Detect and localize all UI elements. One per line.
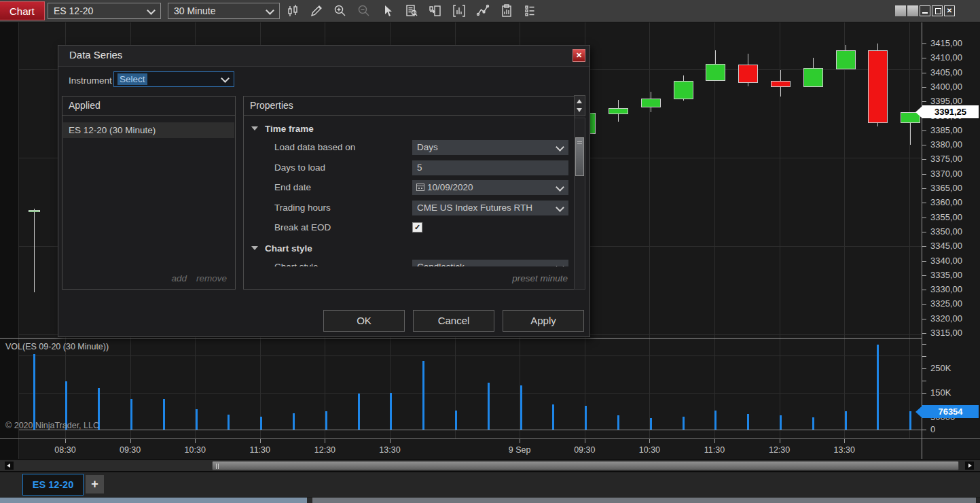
chart-window-tab[interactable]: Chart	[0, 1, 45, 20]
applied-list-item[interactable]: ES 12-20 (30 Minute)	[63, 122, 234, 138]
volume-bar[interactable]	[196, 409, 198, 430]
section-collapse-icon[interactable]	[251, 246, 258, 250]
volume-bar[interactable]	[747, 414, 749, 430]
strategies-icon[interactable]	[471, 0, 494, 22]
preset-label[interactable]: preset minute	[512, 273, 568, 283]
dock-button-1[interactable]	[895, 5, 906, 16]
candle-body[interactable]	[868, 50, 888, 124]
candle-body[interactable]	[609, 108, 628, 115]
volume-bar[interactable]	[909, 411, 911, 430]
chevron-down-icon	[556, 262, 564, 266]
section-title[interactable]: Chart style	[265, 243, 312, 254]
properties-scrollbar[interactable]	[574, 118, 585, 290]
volume-bar[interactable]	[293, 413, 295, 430]
properties-list-icon[interactable]	[518, 0, 542, 22]
candle-body[interactable]	[738, 65, 758, 83]
volume-bar[interactable]	[390, 393, 392, 430]
time-tick	[325, 439, 325, 443]
zoom-in-icon[interactable]	[328, 0, 352, 22]
dialog-close-button[interactable]: ✕	[573, 49, 585, 62]
time-tick-label: 10:30	[175, 445, 215, 455]
properties-scroll-arrows[interactable]	[574, 95, 585, 116]
close-button[interactable]: ✕	[944, 5, 955, 16]
indicators-icon[interactable]	[447, 0, 471, 22]
chart-style-icon[interactable]	[280, 0, 304, 22]
price-tick	[922, 174, 926, 175]
volume-bar[interactable]	[358, 394, 360, 430]
candle-body[interactable]	[29, 210, 40, 212]
volume-bar[interactable]	[325, 411, 327, 430]
pointer-icon[interactable]	[376, 0, 399, 22]
volume-bar[interactable]	[617, 415, 619, 430]
candle-body[interactable]	[836, 50, 856, 70]
maximize-button[interactable]	[932, 5, 943, 16]
property-select[interactable]: Days	[412, 140, 568, 155]
volume-minor-tick	[922, 356, 926, 357]
add-tab-button[interactable]: +	[86, 475, 104, 493]
dock-button-2[interactable]	[907, 5, 918, 16]
draw-icon[interactable]	[304, 0, 328, 22]
volume-bar[interactable]	[812, 417, 814, 430]
volume-bar[interactable]	[228, 415, 230, 430]
minimize-button[interactable]	[920, 5, 930, 16]
candle-body[interactable]	[803, 68, 823, 87]
property-input[interactable]: 5	[412, 160, 568, 175]
volume-bar[interactable]	[520, 385, 522, 430]
horizontal-scrollbar[interactable]	[0, 459, 980, 472]
volume-baseline	[19, 430, 922, 430]
candle-body[interactable]	[771, 81, 791, 87]
scroll-left-button[interactable]	[5, 462, 14, 470]
strategy-analyzer-icon[interactable]	[494, 0, 518, 22]
gridline-vertical	[649, 22, 650, 438]
scrollbar-thumb[interactable]	[212, 461, 959, 470]
candle-body[interactable]	[641, 99, 661, 107]
property-select[interactable]: CME US Index Futures RTH	[412, 201, 568, 215]
price-tick	[922, 232, 926, 232]
ok-button[interactable]: OK	[323, 310, 405, 332]
volume-bar[interactable]	[33, 354, 35, 430]
volume-bar[interactable]	[683, 417, 685, 430]
property-checkbox[interactable]: ✓	[412, 222, 422, 232]
scroll-right-button[interactable]	[965, 462, 974, 470]
volume-bar[interactable]	[780, 415, 782, 430]
property-value: 5	[412, 162, 422, 173]
remove-link[interactable]: remove	[196, 273, 227, 283]
add-link[interactable]: add	[171, 273, 187, 283]
interval-selector[interactable]: 30 Minute	[168, 3, 280, 19]
tab-es-12-20[interactable]: ES 12-20	[22, 474, 84, 496]
volume-bar[interactable]	[650, 418, 652, 430]
volume-bar[interactable]	[163, 399, 165, 430]
property-select[interactable]: Candlestick	[412, 260, 568, 266]
panel-separator[interactable]	[0, 338, 922, 339]
apply-button[interactable]: Apply	[503, 310, 584, 332]
volume-bar[interactable]	[714, 411, 716, 430]
volume-bar[interactable]	[845, 411, 847, 430]
instrument-select[interactable]: Select	[113, 71, 234, 87]
bottom-strip-left	[0, 498, 307, 503]
instrument-selector[interactable]: ES 12-20	[48, 3, 161, 19]
chart-panel-icon[interactable]	[423, 0, 447, 22]
volume-bar[interactable]	[455, 411, 457, 430]
dialog-title-bar[interactable]: Data Series ✕	[58, 46, 589, 67]
candle-body[interactable]	[706, 64, 725, 82]
section-title[interactable]: Time frame	[265, 124, 314, 134]
cancel-button[interactable]: Cancel	[413, 310, 494, 332]
candle-body[interactable]	[674, 81, 693, 99]
volume-bar[interactable]	[422, 361, 424, 430]
price-tick-label: 3380,00	[930, 139, 962, 150]
volume-bar[interactable]	[585, 406, 587, 430]
data-series-icon[interactable]	[399, 0, 423, 22]
section-collapse-icon[interactable]	[251, 126, 258, 131]
price-tick	[922, 218, 926, 218]
volume-bar[interactable]	[130, 399, 132, 430]
volume-bar[interactable]	[877, 345, 879, 430]
time-tick-label: 12:30	[304, 445, 345, 455]
current-volume-badge: 76354	[922, 405, 979, 418]
properties-scrollbar-thumb[interactable]	[575, 137, 584, 176]
volume-bar[interactable]	[260, 417, 262, 430]
property-select[interactable]: 10/09/2020	[412, 180, 568, 195]
gridline-vertical	[844, 22, 845, 438]
volume-bar[interactable]	[552, 404, 554, 430]
volume-bar[interactable]	[488, 383, 490, 430]
bottom-strip-gap	[307, 498, 312, 503]
